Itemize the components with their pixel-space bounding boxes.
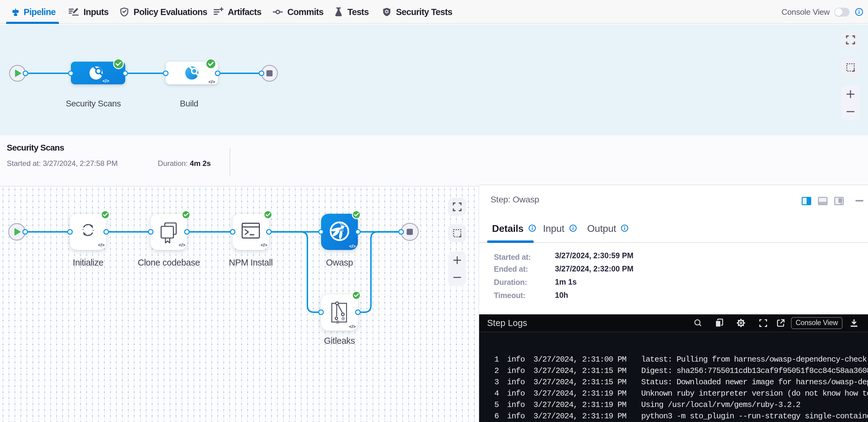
svg-text:</>: </> xyxy=(349,324,356,329)
svg-text:</>: </> xyxy=(98,242,105,248)
svg-text:NPM Install: NPM Install xyxy=(229,258,273,267)
svg-text:Owasp: Owasp xyxy=(326,258,353,267)
svg-text:Gitleaks: Gitleaks xyxy=(324,336,355,346)
svg-text:</>: </> xyxy=(349,244,356,249)
svg-text:Clone codebase: Clone codebase xyxy=(138,258,200,267)
svg-text:</>: </> xyxy=(179,242,185,248)
svg-text:Build: Build xyxy=(180,99,198,108)
svg-text:Initialize: Initialize xyxy=(73,258,103,267)
svg-text:Security Scans: Security Scans xyxy=(66,99,121,108)
svg-text:</>: </> xyxy=(208,79,215,84)
svg-text:</>: </> xyxy=(102,78,109,84)
svg-text:</>: </> xyxy=(260,242,267,248)
